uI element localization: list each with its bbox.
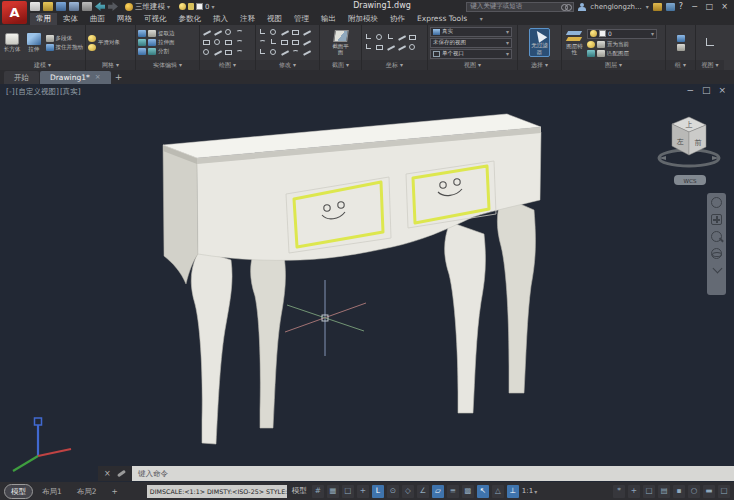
annotation-monitor-icon[interactable]: + (628, 485, 640, 498)
ribbon-tab-parametric[interactable]: 参数化 (173, 13, 208, 25)
layer-properties-button[interactable]: 图层特性 (564, 30, 585, 56)
ucs-world-icon[interactable] (375, 33, 385, 42)
graphics-performance-icon[interactable]: ▬ (703, 485, 715, 498)
view-control[interactable]: [自定义视图] (16, 87, 59, 97)
ribbon-tab-view[interactable]: 视图 (261, 13, 288, 25)
polyline-icon[interactable] (213, 28, 223, 37)
3d-osnap-icon[interactable]: △ (492, 485, 504, 498)
drawing-restore-button[interactable]: □ (702, 85, 711, 95)
layer-quick-control[interactable]: 0 ▾ (179, 3, 214, 11)
lineweight-icon[interactable]: ≡ (447, 485, 459, 498)
share-icon[interactable] (666, 3, 675, 11)
ucs-y-icon[interactable] (397, 43, 407, 52)
viewcube-front-label[interactable]: 前 (695, 139, 702, 147)
panel-title-draw[interactable]: 绘图 ▾ (200, 60, 255, 70)
ribbon-tab-annotate[interactable]: 注释 (234, 13, 261, 25)
ribbon-tab-surface[interactable]: 曲面 (84, 13, 111, 25)
rotate-icon[interactable] (269, 28, 279, 37)
panel-title-modeling[interactable]: 建模 ▾ (0, 60, 85, 70)
tab-start[interactable]: 开始 (4, 71, 39, 84)
erase-icon[interactable] (302, 38, 312, 47)
panel-title-groups[interactable]: 组 ▾ (666, 60, 695, 70)
panel-title-solid-editing[interactable]: 实体编辑 ▾ (136, 60, 199, 70)
region-icon[interactable] (224, 48, 234, 57)
match-layer-button[interactable]: 匹配图层 (587, 50, 657, 57)
smooth-object-icon[interactable] (88, 35, 96, 42)
save-icon[interactable] (56, 2, 66, 11)
panel-title-coordinates[interactable]: 坐标 ▾ (362, 60, 427, 70)
arc-icon[interactable] (235, 28, 245, 37)
tab-close-icon[interactable]: × (95, 71, 101, 84)
annotation-scale[interactable]: 1:1 ▾ (522, 487, 537, 495)
new-drawing-tab-button[interactable]: + (112, 71, 126, 84)
ribbon-options-icon[interactable]: ▾ (473, 13, 489, 25)
model-space-toggle[interactable]: 模型 (292, 486, 307, 496)
grid-icon[interactable]: # (312, 485, 324, 498)
move-icon[interactable] (258, 28, 268, 37)
units-icon[interactable]: □ (643, 485, 655, 498)
isolate-objects-icon[interactable]: ○ (688, 485, 700, 498)
mirror-icon[interactable] (302, 28, 312, 37)
ucs-icon[interactable] (364, 33, 374, 42)
selection-cycling-icon[interactable]: ↖ (477, 485, 489, 498)
ungroup-icon[interactable] (677, 44, 685, 51)
copy-icon[interactable] (291, 28, 301, 37)
join-icon[interactable] (302, 48, 312, 57)
ucs-object-icon[interactable] (364, 43, 374, 52)
offset-icon[interactable] (269, 48, 279, 57)
quick-properties-icon[interactable]: ▤ (658, 485, 670, 498)
section-plane-button[interactable]: 截面平面 (330, 30, 351, 56)
viewcube-top-label[interactable]: 上 (686, 121, 693, 129)
stretch-icon[interactable] (269, 38, 279, 47)
snap-mode-icon[interactable]: ▦ (327, 485, 339, 498)
ucs-x-icon[interactable] (386, 43, 396, 52)
break-icon[interactable] (291, 48, 301, 57)
union-icon[interactable] (138, 30, 146, 37)
undo-icon[interactable] (95, 2, 105, 11)
search-input[interactable]: 键入关键字或短语 (466, 2, 574, 12)
scale-icon[interactable] (280, 38, 290, 47)
search-icon[interactable] (561, 4, 570, 10)
save-as-icon[interactable] (69, 2, 79, 11)
ribbon-tab-visualize[interactable]: 可视化 (138, 13, 173, 25)
polar-tracking-icon[interactable]: ⊙ (387, 485, 399, 498)
command-customize-icon[interactable] (117, 470, 126, 478)
layout-tab-model[interactable]: 模型 (4, 484, 33, 499)
panel-title-section[interactable]: 截面 ▾ (320, 60, 361, 70)
clean-screen-icon[interactable]: □ (718, 485, 730, 498)
redo-icon[interactable] (108, 2, 118, 11)
ribbon-tab-addins[interactable]: 附加模块 (342, 13, 384, 25)
explode-icon[interactable] (258, 48, 268, 57)
array-icon[interactable] (291, 38, 301, 47)
workspace-gear-icon[interactable]: * (613, 485, 625, 498)
more-chevron-icon[interactable] (713, 265, 721, 273)
panel-title-mesh[interactable]: 网格 ▾ (86, 60, 135, 70)
tab-drawing1[interactable]: Drawing1* × (40, 71, 111, 84)
ucs-origin-icon[interactable] (386, 33, 396, 42)
help-button[interactable]: ? (679, 2, 683, 11)
ribbon-tab-home[interactable]: 常用 (30, 13, 57, 25)
presspull-button[interactable]: 按住并拖动 (46, 44, 84, 51)
drawing-minimize-button[interactable]: − (686, 85, 694, 95)
user-avatar-icon[interactable] (578, 3, 586, 11)
hatch-icon[interactable] (224, 38, 234, 47)
ribbon-tab-mesh[interactable]: 网格 (111, 13, 138, 25)
selection-filter-button[interactable]: 无过滤器 (529, 28, 550, 57)
panel-title-view[interactable]: 视图 ▾ (428, 60, 517, 70)
circle-icon[interactable] (224, 28, 234, 37)
spline-icon[interactable] (235, 38, 245, 47)
osnap-tracking-icon[interactable]: ∠ (417, 485, 429, 498)
drawing-viewport[interactable]: [-] [自定义视图] [真实] − □ × (0, 84, 734, 482)
wcs-label[interactable]: WCS (684, 178, 697, 184)
xline-icon[interactable] (213, 48, 223, 57)
dynamic-input-icon[interactable]: + (357, 485, 369, 498)
ribbon-tab-insert[interactable]: 插入 (207, 13, 234, 25)
align-icon[interactable] (280, 48, 290, 57)
box-button[interactable]: 长方体 (2, 33, 22, 52)
drawing-close-button[interactable]: × (718, 85, 726, 95)
rectangle-icon[interactable] (202, 38, 212, 47)
panel-title-view-tools[interactable]: 视图 ▾ (696, 60, 724, 70)
ribbon-tab-output[interactable]: 输出 (315, 13, 342, 25)
command-input[interactable]: 键入命令 (132, 466, 734, 481)
layout-tab-add[interactable]: + (106, 485, 124, 498)
